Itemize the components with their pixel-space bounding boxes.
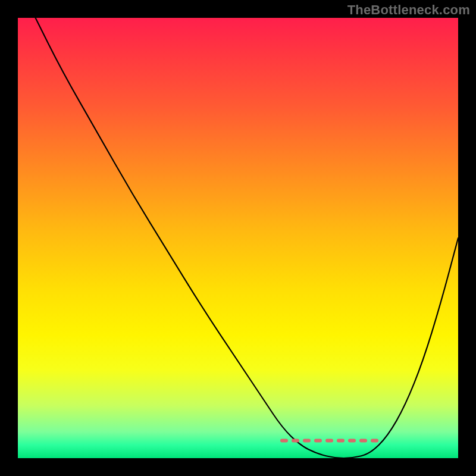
plot-area (18, 18, 458, 458)
bottleneck-curve (36, 18, 458, 458)
chart-frame: TheBottleneck.com (0, 0, 476, 476)
chart-svg (18, 18, 458, 458)
watermark-text: TheBottleneck.com (347, 2, 470, 18)
